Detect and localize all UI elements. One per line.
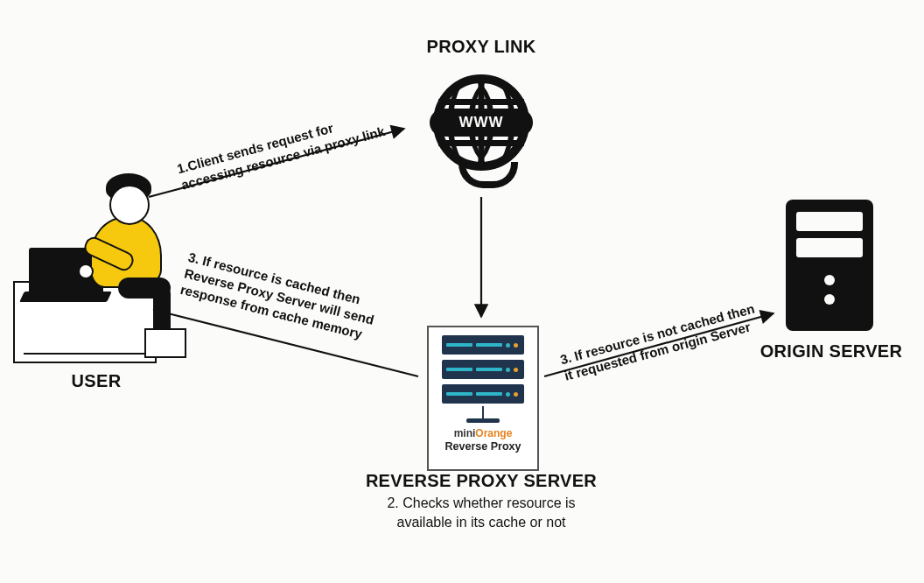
origin-server-title: ORIGIN SERVER xyxy=(752,341,910,362)
globe-band-text: WWW xyxy=(430,109,533,137)
proxy-link-title: PROXY LINK xyxy=(385,37,578,57)
reverse-proxy-box: miniOrange Reverse Proxy xyxy=(427,326,539,471)
reverse-proxy-title: REVERSE PROXY SERVER xyxy=(350,471,612,491)
globe-www-icon: WWW xyxy=(433,74,529,171)
miniorange-logo: miniOrange xyxy=(454,427,513,439)
origin-server-icon xyxy=(786,200,873,331)
step-2-line1: 2. Checks whether resource is xyxy=(350,495,612,511)
reverse-proxy-logo-sub: Reverse Proxy xyxy=(445,440,522,453)
user-illustration xyxy=(13,171,179,363)
step-2-line2: available in its cache or not xyxy=(350,515,612,530)
user-title: USER xyxy=(52,371,140,391)
globe-stand-icon xyxy=(458,162,518,188)
edge-1-label: 1.Client sends request for accessing res… xyxy=(175,107,387,193)
edge-3a-label: 3. If resource is cached then Reverse Pr… xyxy=(178,249,380,345)
edge-3b-label: 3. If resource is not cached then it req… xyxy=(558,300,760,384)
